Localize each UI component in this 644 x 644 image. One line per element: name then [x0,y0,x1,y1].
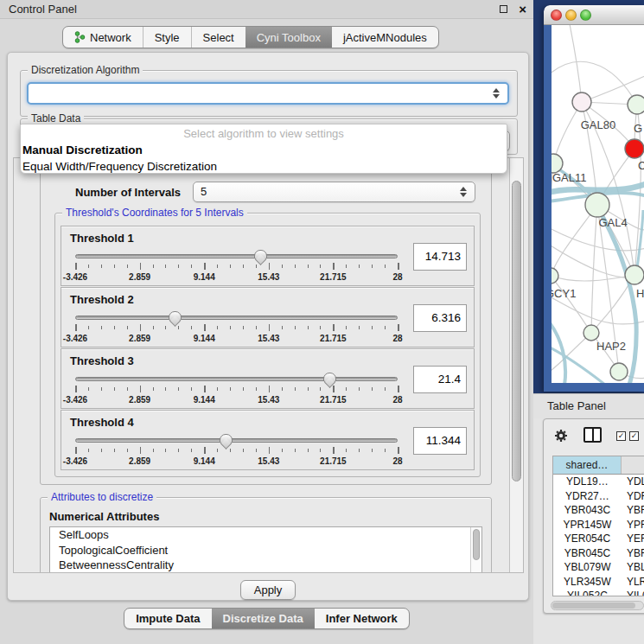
network-node-c[interactable] [625,139,644,158]
slider-thumb[interactable] [169,311,182,321]
tab-select[interactable]: Select [191,27,245,48]
tick-label: 9.144 [194,456,215,466]
slider-track[interactable] [75,377,398,381]
threshold-value-field[interactable]: 21.4 [413,366,467,393]
algorithm-option-equal-width-frequency-discretization[interactable]: Equal Width/Frequency Discretization [21,158,507,175]
tick-mark [178,326,179,329]
network-window[interactable]: GAL80GCGAL11GAL4GCY1HHAP2 [544,5,644,392]
bottom-tab-impute-data[interactable]: Impute Data [124,609,211,628]
gear-icon[interactable] [554,429,568,443]
threshold-slider[interactable]: -3.4262.8599.14415.4321.71528 [75,435,398,468]
network-node-gcy1[interactable] [552,268,558,284]
threshold-value-field[interactable]: 14.713 [413,243,467,271]
tab-network[interactable]: Network [63,27,143,48]
table-row[interactable]: YDL19…YDL1 [553,475,644,489]
control-panel-titlebar: Control Panel × [0,0,533,19]
close-icon[interactable]: × [519,1,526,18]
tick-mark [75,263,77,270]
tick-mark [359,387,360,391]
table-hscrollbar-thumb[interactable] [552,603,635,609]
tick-mark [114,387,115,391]
network-node-g[interactable] [628,95,644,114]
attribute-items: SelfLoopsTopologicalCoefficientBetweenne… [50,527,481,572]
table-row[interactable]: YER054CYER0 [553,532,644,546]
table-row[interactable]: YBL079WYBL0 [553,560,644,575]
network-node-gal4[interactable] [585,193,609,217]
split-table-icon[interactable] [583,427,602,443]
tick-label: 2.859 [129,334,150,343]
number-of-intervals-combobox[interactable]: 5 [193,182,475,202]
tick-mark [372,387,373,391]
slider-thumb[interactable] [220,434,233,443]
tick-label: -3.426 [63,272,87,282]
column-header-name[interactable]: na [622,456,644,474]
table-horizontal-scrollbar[interactable] [551,601,644,610]
combo-spinner-icon[interactable] [460,187,467,197]
tick-mark [308,449,309,452]
slider-track[interactable] [75,438,398,443]
float-window-icon[interactable] [500,5,507,13]
tick-label: 28 [392,456,402,466]
settings-vertical-scrollbar[interactable] [509,158,523,572]
tick-mark [320,449,321,452]
apply-button[interactable]: Apply [240,580,296,600]
numerical-attributes-list[interactable]: SelfLoopsTopologicalCoefficientBetweenne… [49,526,482,572]
threshold-slider[interactable]: -3.4262.8599.14415.4321.71528 [75,373,398,406]
threshold-value-field[interactable]: 11.344 [413,427,467,455]
tab-cyni-toolbox[interactable]: Cyni Toolbox [245,27,332,48]
checkbox-icon[interactable]: ✓ [616,431,626,441]
table-row[interactable]: YPR145WYPR1 [553,518,644,532]
table-row[interactable]: YBR043CYBR0 [553,503,644,518]
network-node-gal80[interactable] [572,92,591,112]
table-row[interactable]: YDR27…YDR2 [553,489,644,504]
attribute-item-selfloops[interactable]: SelfLoops [50,527,481,543]
combo-spinner-icon[interactable] [493,88,500,99]
network-window-frame: GAL80GCGAL11GAL4GCY1HHAP2 [544,25,644,392]
algorithm-placeholder-option[interactable]: Select algorithm to view settings [21,127,507,142]
network-node-hap2[interactable] [583,325,599,341]
tick-mark [320,387,321,391]
traffic-light-minimize-icon[interactable] [565,10,577,21]
tab-label: Impute Data [136,612,200,625]
column-header-shared-name[interactable]: shared… [553,456,622,474]
network-node-label: GCY1 [552,287,576,300]
slider-thumb[interactable] [254,250,267,259]
checkbox-icon[interactable]: ✓ [629,431,639,441]
algorithm-option-manual-discretization[interactable]: Manual Discretization [21,142,507,158]
traffic-light-close-icon[interactable] [551,10,562,21]
settings-scrollbar-thumb[interactable] [512,181,521,481]
tick-mark [127,265,128,268]
tab-style[interactable]: Style [143,27,191,48]
tick-mark [385,449,386,452]
tick-mark [114,326,115,329]
threshold-slider[interactable]: -3.4262.8599.14415.4321.71528 [75,312,398,345]
table-row[interactable]: YLR345WYLR3 [553,575,644,590]
slider-track[interactable] [75,316,398,320]
bottom-tab-discretize-data[interactable]: Discretize Data [212,609,315,628]
traffic-light-zoom-icon[interactable] [580,10,591,21]
algorithm-combobox[interactable] [27,82,509,105]
table-row[interactable]: YBR045CYBR0 [553,546,644,561]
attribute-item-topologicalcoefficient[interactable]: TopologicalCoefficient [50,543,481,558]
attributes-scrollbar-thumb[interactable] [473,529,480,560]
network-node-h[interactable] [625,265,644,284]
attributes-scrollbar[interactable] [470,527,481,572]
threshold-slider[interactable]: -3.4262.8599.14415.4321.71528 [75,251,398,284]
tab-label: Select [203,31,234,44]
bottom-tab-infer-network[interactable]: Infer Network [315,609,409,628]
network-window-titlebar[interactable] [544,5,644,25]
tick-mark [256,326,257,329]
slider-track[interactable] [75,254,398,258]
attribute-item-betweennesscentrality[interactable]: BetweennessCentrality [50,558,481,572]
slider-thumb[interactable] [323,373,336,382]
slider-tick-labels: -3.4262.8599.14415.4321.71528 [75,334,398,344]
table-row[interactable]: YIL052CYIL0 [553,589,644,596]
tab-jactivemnodules[interactable]: jActiveMNodules [332,27,438,48]
tick-mark [153,265,154,268]
network-node-unlabeled[interactable] [610,363,628,380]
bottom-tab-bar: Impute DataDiscretize DataInfer Network [124,608,410,629]
network-canvas[interactable]: GAL80GCGAL11GAL4GCY1HHAP2 [552,25,644,383]
threshold-value-field[interactable]: 6.316 [413,304,467,332]
tick-label: 9.144 [194,334,215,343]
tick-mark [191,449,192,452]
